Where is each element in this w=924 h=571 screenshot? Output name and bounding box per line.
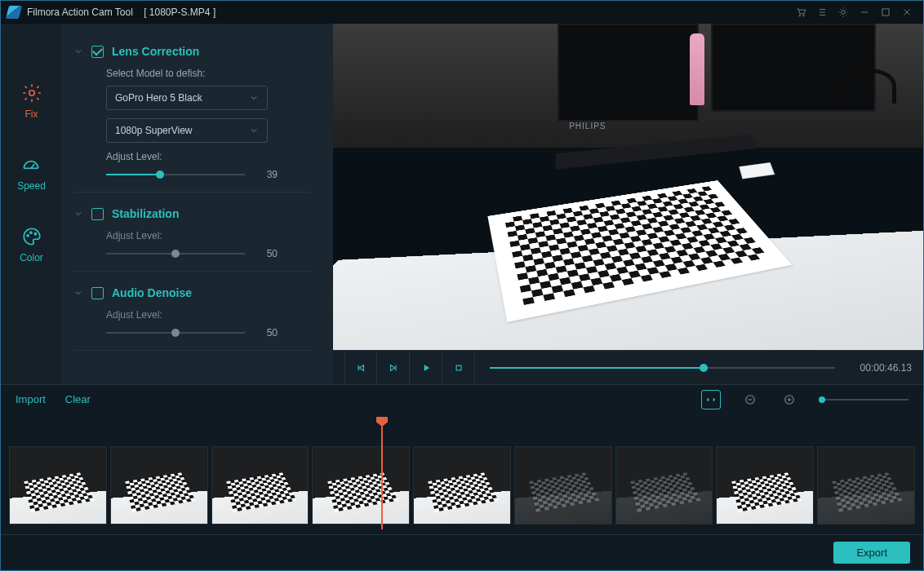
- playback-time: 00:00:46.13: [850, 362, 912, 374]
- clip-strip: [9, 446, 915, 525]
- label-select-model: Select Model to defish:: [106, 68, 312, 79]
- value-stab-level: 50: [256, 248, 278, 259]
- timeline[interactable]: [1, 414, 923, 534]
- cart-icon[interactable]: [791, 4, 811, 20]
- svg-point-7: [34, 233, 36, 235]
- value-denoise-level: 50: [256, 327, 278, 339]
- checkbox-audio-denoise[interactable]: [91, 287, 104, 299]
- side-tabs: Fix Speed Color: [1, 24, 62, 384]
- app-logo-icon: [6, 6, 22, 19]
- tab-color[interactable]: Color: [20, 226, 43, 263]
- tab-speed[interactable]: Speed: [17, 154, 46, 192]
- label-stab-adjust: Adjust Level:: [106, 230, 312, 241]
- label-lens-adjust: Adjust Level:: [106, 151, 312, 162]
- export-button[interactable]: Export: [833, 542, 910, 564]
- chevron-down-icon: [249, 93, 259, 103]
- divider: [73, 350, 312, 351]
- settings-panel: Lens Correction Select Model to defish: …: [62, 24, 333, 384]
- zoom-out-button[interactable]: [740, 390, 760, 409]
- select-video-mode-value: 1080p SuperView: [115, 125, 193, 136]
- section-header-denoise[interactable]: Audio Denoise: [73, 283, 312, 303]
- timeline-thumbnail[interactable]: [211, 446, 309, 525]
- divider: [73, 192, 312, 193]
- fit-button[interactable]: [701, 390, 721, 409]
- chevron-down-icon: [73, 209, 83, 219]
- import-button[interactable]: Import: [16, 393, 46, 405]
- video-frame: PHILIPS: [333, 24, 923, 350]
- label-denoise-adjust: Adjust Level:: [106, 309, 312, 321]
- timeline-thumbnail[interactable]: [716, 446, 814, 525]
- checkbox-lens-correction[interactable]: [91, 46, 104, 58]
- svg-rect-3: [882, 8, 889, 15]
- timeline-toolbar: Import Clear: [1, 384, 923, 414]
- speedometer-icon: [20, 154, 42, 175]
- slider-stab-level: [106, 248, 245, 259]
- chevron-down-icon: [73, 46, 83, 56]
- section-title-lens: Lens Correction: [112, 45, 199, 58]
- section-title-denoise: Audio Denoise: [112, 286, 192, 299]
- seek-slider[interactable]: [490, 362, 835, 374]
- chevron-down-icon: [249, 126, 259, 135]
- svg-point-4: [29, 91, 34, 96]
- svg-point-5: [27, 235, 29, 237]
- section-lens-correction: Lens Correction Select Model to defish: …: [73, 42, 312, 180]
- palette-icon: [21, 226, 42, 247]
- tab-speed-label: Speed: [17, 180, 46, 192]
- clear-button[interactable]: Clear: [65, 393, 91, 405]
- slider-denoise-level: [106, 327, 245, 339]
- preview-pane: PHILIPS 00:00:46: [333, 24, 923, 384]
- monitor-brand-label: PHILIPS: [569, 122, 606, 131]
- timeline-thumbnail[interactable]: [312, 446, 410, 525]
- video-preview[interactable]: PHILIPS: [333, 24, 923, 350]
- brightness-icon[interactable]: [833, 4, 853, 20]
- close-button[interactable]: [897, 4, 917, 20]
- section-stabilization: Stabilization Adjust Level: 50: [73, 204, 312, 259]
- tab-fix[interactable]: Fix: [21, 82, 42, 120]
- tab-color-label: Color: [20, 252, 43, 263]
- titlebar: Filmora Action Cam Tool [ 1080P-S.MP4 ]: [1, 1, 923, 24]
- section-title-stabilization: Stabilization: [112, 207, 179, 220]
- checkbox-stabilization[interactable]: [91, 208, 104, 220]
- value-lens-level: 39: [256, 169, 278, 180]
- timeline-thumbnail[interactable]: [413, 446, 511, 525]
- section-audio-denoise: Audio Denoise Adjust Level: 50: [73, 283, 312, 339]
- open-filename: [ 1080P-S.MP4 ]: [144, 7, 215, 18]
- tab-fix-label: Fix: [25, 108, 38, 120]
- chevron-down-icon: [73, 288, 83, 298]
- goto-end-button[interactable]: [377, 352, 410, 384]
- section-header-lens[interactable]: Lens Correction: [73, 42, 312, 61]
- timeline-thumbnail[interactable]: [110, 446, 208, 525]
- app-window: Filmora Action Cam Tool [ 1080P-S.MP4 ] …: [0, 0, 924, 571]
- stop-button[interactable]: [442, 352, 475, 384]
- timeline-thumbnail[interactable]: [817, 446, 915, 525]
- svg-rect-8: [456, 365, 461, 370]
- svg-point-0: [799, 15, 801, 16]
- timeline-thumbnail[interactable]: [615, 446, 713, 525]
- playback-controls: 00:00:46.13: [333, 350, 923, 384]
- slider-lens-level[interactable]: [106, 169, 245, 180]
- svg-point-2: [842, 10, 846, 14]
- svg-point-1: [803, 15, 805, 16]
- timeline-thumbnail[interactable]: [514, 446, 612, 525]
- app-title: Filmora Action Cam Tool [ 1080P-S.MP4 ]: [27, 7, 215, 18]
- zoom-in-button[interactable]: [780, 390, 799, 409]
- play-button[interactable]: [410, 352, 442, 384]
- list-icon[interactable]: [812, 4, 832, 20]
- minimize-button[interactable]: [855, 4, 874, 20]
- footer: Export: [1, 534, 923, 570]
- app-name: Filmora Action Cam Tool: [27, 7, 133, 18]
- divider: [73, 271, 312, 272]
- select-camera-model[interactable]: GoPro Hero 5 Black: [106, 86, 268, 110]
- timeline-thumbnail[interactable]: [9, 446, 107, 525]
- zoom-slider[interactable]: [819, 394, 908, 405]
- playhead[interactable]: [381, 418, 383, 529]
- gear-icon: [21, 82, 42, 104]
- select-camera-model-value: GoPro Hero 5 Black: [115, 92, 202, 104]
- goto-start-button[interactable]: [344, 352, 377, 384]
- section-header-stabilization[interactable]: Stabilization: [73, 204, 312, 224]
- select-video-mode[interactable]: 1080p SuperView: [106, 118, 268, 143]
- maximize-button[interactable]: [876, 4, 895, 20]
- main-area: Fix Speed Color Lens Correction: [1, 24, 923, 384]
- svg-point-6: [29, 232, 31, 233]
